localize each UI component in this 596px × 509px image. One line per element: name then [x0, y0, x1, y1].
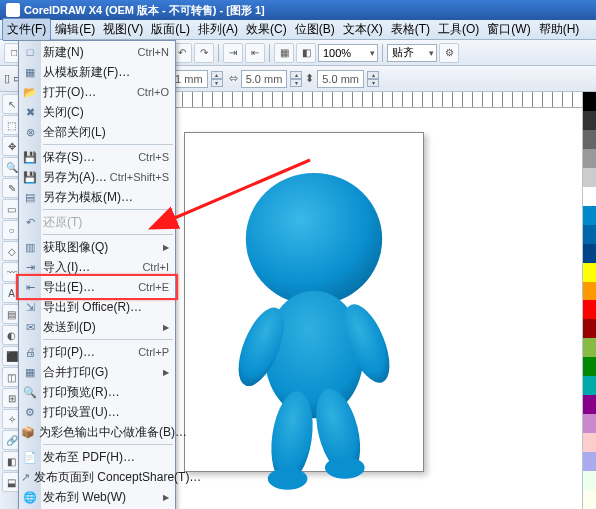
dup-x-field[interactable]: 5.0 mm [241, 70, 288, 88]
menu-item-3[interactable]: ✖关闭(C) [19, 102, 175, 122]
menu-item-6[interactable]: 💾保存(S)…Ctrl+S [19, 147, 175, 167]
orientation-portrait-button[interactable]: ▯ [4, 72, 10, 85]
submenu-arrow-icon: ▶ [163, 493, 169, 502]
menu-item-shortcut: Ctrl+E [138, 281, 169, 293]
separator [382, 44, 383, 62]
menu-item-label: 从模板新建(F)… [43, 64, 169, 81]
palette-swatch[interactable] [583, 338, 596, 357]
menu-item-15[interactable]: ⇲导出到 Office(R)… [19, 297, 175, 317]
menu-item-16[interactable]: ✉发送到(D)▶ [19, 317, 175, 337]
menu-item-shortcut: Ctrl+I [142, 261, 169, 273]
palette-swatch[interactable] [583, 300, 596, 319]
menu-3[interactable]: 版面(L) [147, 19, 194, 40]
menu-4[interactable]: 排列(A) [194, 19, 242, 40]
options-button[interactable]: ⚙ [439, 43, 459, 63]
palette-swatch[interactable] [583, 168, 596, 187]
menu-item-14[interactable]: ⇤导出(E)…Ctrl+E [19, 277, 175, 297]
menu-item-icon: 🔍 [21, 384, 39, 400]
zoom-combo[interactable]: 100% [318, 44, 378, 62]
menu-item-label: 打开(O)… [43, 84, 137, 101]
palette-swatch[interactable] [583, 282, 596, 301]
import-button[interactable]: ⇥ [223, 43, 243, 63]
menu-item-0[interactable]: □新建(N)Ctrl+N [19, 42, 175, 62]
menu-item-icon: □ [21, 44, 39, 60]
menu-separator [43, 144, 173, 145]
snap-combo[interactable]: 贴齐 [387, 44, 437, 62]
menu-item-24[interactable]: 📄发布至 PDF(H)… [19, 447, 175, 467]
menu-item-12[interactable]: ▥获取图像(Q)▶ [19, 237, 175, 257]
palette-swatch[interactable] [583, 452, 596, 471]
menu-0[interactable]: 文件(F) [2, 18, 51, 41]
color-palette[interactable] [582, 92, 596, 509]
palette-swatch[interactable] [583, 376, 596, 395]
palette-swatch[interactable] [583, 433, 596, 452]
palette-swatch[interactable] [583, 92, 596, 111]
menu-5[interactable]: 效果(C) [242, 19, 291, 40]
palette-swatch[interactable] [583, 395, 596, 414]
palette-swatch[interactable] [583, 130, 596, 149]
svg-point-6 [268, 468, 308, 490]
palette-swatch[interactable] [583, 319, 596, 338]
menu-item-label: 导入(I)… [43, 259, 142, 276]
welcome-button[interactable]: ◧ [296, 43, 316, 63]
dup-y-field[interactable]: 5.0 mm [317, 70, 364, 88]
menu-item-label: 合并打印(G) [43, 364, 159, 381]
canvas-object-3d-figure[interactable] [204, 162, 424, 492]
menu-item-shortcut: Ctrl+O [137, 86, 169, 98]
palette-swatch[interactable] [583, 471, 596, 490]
menu-1[interactable]: 编辑(E) [51, 19, 99, 40]
palette-swatch[interactable] [583, 225, 596, 244]
submenu-arrow-icon: ▶ [163, 368, 169, 377]
menu-item-21[interactable]: ⚙打印设置(U)… [19, 402, 175, 422]
menu-item-4[interactable]: ⊗全部关闭(L) [19, 122, 175, 142]
menu-item-20[interactable]: 🔍打印预览(R)… [19, 382, 175, 402]
menu-9[interactable]: 工具(O) [434, 19, 483, 40]
dup-x-spinner[interactable]: ▴▾ [290, 71, 302, 87]
menu-item-icon: ⚙ [21, 404, 39, 420]
menu-item-19[interactable]: ▦合并打印(G)▶ [19, 362, 175, 382]
menu-item-icon: 💾 [21, 149, 39, 165]
svg-point-7 [325, 457, 365, 479]
palette-swatch[interactable] [583, 111, 596, 130]
export-button[interactable]: ⇤ [245, 43, 265, 63]
palette-swatch[interactable] [583, 490, 596, 509]
menu-item-label: 还原(T) [43, 214, 169, 231]
menu-item-label: 新建(N) [43, 44, 138, 61]
separator [218, 44, 219, 62]
menu-item-22[interactable]: 📦为彩色输出中心做准备(B)… [19, 422, 175, 442]
menu-11[interactable]: 帮助(H) [535, 19, 584, 40]
menu-item-icon: 📦 [21, 424, 35, 440]
nudge-value: .1 mm [172, 73, 203, 85]
palette-swatch[interactable] [583, 244, 596, 263]
menu-separator [43, 209, 173, 210]
menu-8[interactable]: 表格(T) [387, 19, 434, 40]
menu-item-18[interactable]: 🖨打印(P)…Ctrl+P [19, 342, 175, 362]
menu-item-2[interactable]: 📂打开(O)…Ctrl+O [19, 82, 175, 102]
menu-10[interactable]: 窗口(W) [483, 19, 534, 40]
menu-item-8[interactable]: ▤另存为模板(M)… [19, 187, 175, 207]
palette-swatch[interactable] [583, 149, 596, 168]
menu-item-1[interactable]: ▦从模板新建(F)… [19, 62, 175, 82]
palette-swatch[interactable] [583, 187, 596, 206]
menu-item-icon: ↶ [21, 214, 39, 230]
palette-swatch[interactable] [583, 206, 596, 225]
menu-item-13[interactable]: ⇥导入(I)…Ctrl+I [19, 257, 175, 277]
menu-item-icon: ⇥ [21, 259, 39, 275]
appstart-button[interactable]: ▦ [274, 43, 294, 63]
menu-item-26[interactable]: 🌐发布到 Web(W)▶ [19, 487, 175, 507]
dup-y-spinner[interactable]: ▴▾ [367, 71, 379, 87]
palette-swatch[interactable] [583, 263, 596, 282]
palette-swatch[interactable] [583, 414, 596, 433]
palette-swatch[interactable] [583, 357, 596, 376]
nudge-spinner[interactable]: ▴▾ [211, 71, 223, 87]
menu-item-7[interactable]: 💾另存为(A)…Ctrl+Shift+S [19, 167, 175, 187]
menu-6[interactable]: 位图(B) [291, 19, 339, 40]
menu-item-shortcut: Ctrl+Shift+S [110, 171, 169, 183]
app-icon [6, 3, 20, 17]
menu-2[interactable]: 视图(V) [99, 19, 147, 40]
menu-item-25[interactable]: ↗发布页面到 ConceptShare(T)… [19, 467, 175, 487]
redo-button[interactable]: ↷ [194, 43, 214, 63]
menu-item-icon: ▥ [21, 239, 39, 255]
zoom-value: 100% [323, 47, 351, 59]
menu-7[interactable]: 文本(X) [339, 19, 387, 40]
